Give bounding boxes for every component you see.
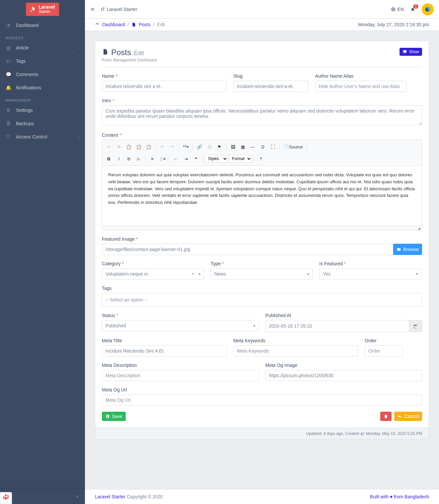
ordered-list-icon[interactable]: ≡ [148, 154, 157, 163]
clear-icon[interactable]: × [192, 272, 194, 276]
image-icon[interactable]: 🖼 [228, 142, 238, 151]
order-input[interactable] [365, 345, 403, 357]
brand[interactable]: LaravelStarter [0, 0, 85, 19]
meta-og-image-input[interactable] [265, 370, 422, 381]
browse-button[interactable]: Browse [393, 244, 422, 255]
page-title: Posts Edit [102, 48, 157, 57]
paste-word-icon[interactable]: 📋 [144, 142, 153, 151]
comment-icon: 💬 [5, 72, 11, 77]
featured-image-input[interactable] [102, 244, 393, 255]
hr-icon[interactable]: ― [248, 142, 257, 151]
subheader: Dashboard / Posts / Edit Monday, July 27… [85, 19, 439, 31]
notifications-button[interactable]: 1 [410, 6, 415, 12]
show-button[interactable]: Show [400, 48, 422, 56]
cancel-button[interactable]: Cancel [394, 412, 422, 421]
undo-icon[interactable]: ↶ [158, 142, 167, 151]
published-at-input[interactable] [265, 320, 409, 332]
app-link[interactable]: Laravel Starter [100, 7, 137, 12]
maximize-icon[interactable]: ⛶ [268, 142, 277, 151]
nav-article[interactable]: ▤Article‹ [0, 41, 85, 54]
content-body[interactable]: Rerum voluptas dolorem aut quia voluptas… [102, 166, 422, 225]
breadcrumb-posts[interactable]: Posts [139, 22, 150, 27]
name-input[interactable] [102, 81, 227, 92]
remove-format-icon[interactable]: Iₓ [134, 154, 143, 163]
save-button[interactable]: Save [102, 412, 126, 421]
editor-resize-handle[interactable] [102, 225, 422, 230]
calendar-button[interactable] [409, 320, 422, 332]
source-button[interactable]: 📄 Source [282, 142, 305, 151]
nav-dashboard[interactable]: ◔Dashboard [0, 19, 85, 32]
breadcrumb-dashboard[interactable]: Dashboard [102, 22, 125, 27]
status-select[interactable]: Published [102, 320, 259, 331]
language-switcher[interactable]: EN [391, 7, 404, 12]
author-alias-input[interactable] [315, 81, 406, 92]
sidebar-collapse-button[interactable]: ‹ [0, 488, 85, 504]
trash-icon [384, 414, 388, 419]
chevron-left-icon: ‹ [77, 493, 78, 499]
blockquote-icon[interactable]: ❝ [191, 154, 200, 163]
meta-description-input[interactable] [102, 370, 259, 381]
chevron-left-icon: ‹ [79, 135, 80, 139]
format-select[interactable]: Format [229, 155, 252, 163]
indent-icon[interactable]: ⇥ [181, 154, 190, 163]
laravel-badge[interactable] [0, 492, 12, 504]
slug-input[interactable] [233, 81, 308, 92]
datetime: Monday, July 27, 2020 2:16:30 pm [358, 22, 429, 27]
category-select[interactable]: Voluptatem neque in. × [102, 268, 204, 280]
footer: Laravel Starter Copyright © 2020 Built w… [85, 489, 439, 504]
speedometer-icon [95, 22, 100, 27]
unlink-icon[interactable]: ⛓ [205, 142, 214, 151]
file-icon [102, 48, 109, 55]
meta-keywords-input[interactable] [233, 345, 358, 357]
nav-access-control[interactable]: 🛡Access Control‹ [0, 130, 85, 143]
speedometer-icon: ◔ [5, 23, 11, 28]
help-icon[interactable]: ? [256, 154, 265, 163]
label-category: Category * [102, 261, 204, 266]
is-featured-select[interactable]: Yes [319, 268, 421, 280]
gear-icon: ⚙ [5, 108, 11, 113]
redo-icon[interactable]: ↷ [168, 142, 177, 151]
section-modules: MODULES [0, 32, 85, 41]
nav-backups[interactable]: 🗄Backups [0, 117, 85, 130]
edit-card: Posts Edit Posts Management Dashboard Sh… [95, 41, 429, 440]
special-char-icon[interactable]: Ω [258, 142, 267, 151]
bold-icon[interactable]: B [104, 154, 113, 163]
paste-icon[interactable]: 📋 [124, 142, 133, 151]
footer-brand-link[interactable]: Laravel Starter [95, 494, 125, 499]
meta-title-input[interactable] [102, 345, 227, 357]
label-author-alias: Author Name Alias [315, 73, 406, 79]
avatar[interactable] [422, 3, 434, 15]
calendar-icon [413, 324, 418, 329]
chevron-left-icon: ‹ [79, 46, 80, 50]
delete-button[interactable] [380, 412, 392, 421]
link-icon[interactable]: 🔗 [195, 142, 204, 151]
intro-textarea[interactable]: Cum expedita pariatur ipsam blanditiis a… [102, 105, 422, 125]
cube-icon [425, 6, 431, 12]
paste-text-icon[interactable]: 📋 [134, 142, 143, 151]
spellcheck-icon[interactable]: ᴬᴮ▾ [181, 142, 190, 151]
type-select[interactable]: News [211, 268, 313, 280]
label-featured-image: Featured Image * [102, 236, 422, 242]
nav-tags[interactable]: 🏷Tags [0, 54, 85, 68]
label-tags: Tags [102, 286, 422, 291]
outdent-icon[interactable]: ⇤ [171, 154, 181, 163]
strike-icon[interactable]: S [124, 154, 133, 163]
footer-credit-link[interactable]: Built with ♥ from Bangladesh [370, 494, 429, 499]
italic-icon[interactable]: I [114, 154, 123, 163]
label-published-at: Published At [265, 313, 422, 318]
nav-notifications[interactable]: 🔔Notifications [0, 81, 85, 94]
nav-comments[interactable]: 💬Comments [0, 68, 85, 81]
copy-icon[interactable]: ⧉ [114, 142, 123, 151]
meta-og-url-input[interactable] [102, 394, 422, 406]
table-icon[interactable]: ▦ [238, 142, 248, 151]
label-meta-keywords: Meta Keywords [233, 338, 358, 343]
tags-input[interactable]: -- Select an option -- [102, 293, 422, 307]
menu-toggle[interactable] [90, 6, 95, 12]
anchor-icon[interactable]: ⚑ [215, 142, 224, 151]
styles-select[interactable]: Styles [205, 155, 228, 163]
cut-icon[interactable]: ✂ [104, 142, 113, 151]
unordered-list-icon[interactable]: ⋮≡ [158, 154, 167, 163]
label-type: Type * [211, 261, 313, 266]
nav-settings[interactable]: ⚙Settings [0, 104, 85, 117]
header: Laravel Starter EN 1 [85, 0, 439, 19]
